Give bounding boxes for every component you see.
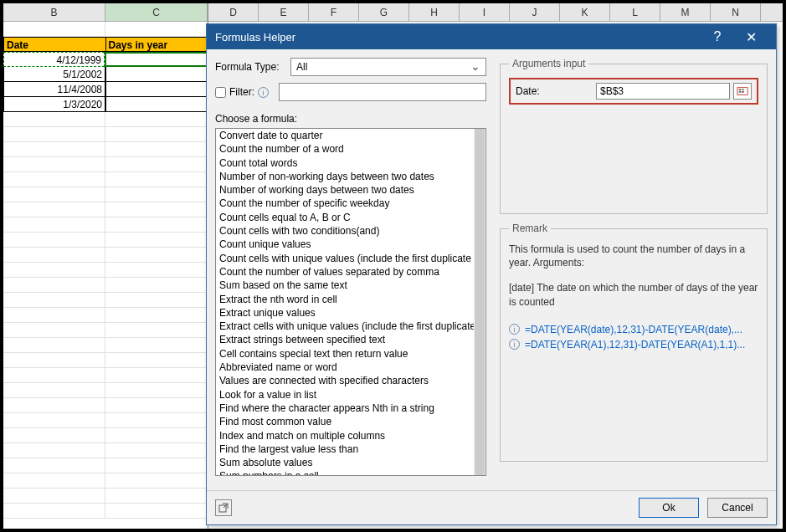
cell[interactable]: [105, 278, 208, 293]
cell[interactable]: [3, 157, 105, 172]
formula-item[interactable]: Count cells with unique values (include …: [216, 252, 474, 265]
formula-item[interactable]: Count the number of specific weekday: [216, 197, 474, 210]
cell[interactable]: [105, 157, 208, 172]
formula-item[interactable]: Extract cells with unique values (includ…: [216, 320, 474, 333]
cell[interactable]: [3, 323, 105, 338]
info-icon[interactable]: i: [258, 87, 269, 98]
cell[interactable]: [105, 187, 208, 202]
cell[interactable]: [3, 217, 105, 233]
cell[interactable]: [3, 353, 105, 368]
formula-item[interactable]: Count cells equal to A, B or C: [216, 211, 474, 224]
formula-item[interactable]: Count cells with two conditions(and): [216, 224, 474, 238]
formula-type-combo[interactable]: All: [290, 58, 486, 76]
formula-item[interactable]: Sum based on the same text: [216, 279, 474, 292]
popout-button[interactable]: [215, 499, 232, 516]
close-button[interactable]: ✕: [734, 29, 768, 45]
cell[interactable]: [105, 142, 208, 157]
cancel-button[interactable]: Cancel: [707, 498, 768, 518]
formula-item[interactable]: Count the number of values separated by …: [216, 265, 474, 279]
cell[interactable]: [3, 293, 105, 308]
cell[interactable]: [3, 308, 105, 323]
cell[interactable]: [3, 22, 105, 37]
col-header-m[interactable]: M: [660, 3, 711, 21]
help-button[interactable]: ?: [701, 29, 734, 44]
formula-item[interactable]: Count total words: [216, 156, 474, 170]
formula-item[interactable]: Count the number of a word: [216, 142, 474, 156]
ok-button[interactable]: Ok: [639, 498, 699, 518]
cell-b3[interactable]: 4/12/1999: [3, 52, 105, 67]
cell[interactable]: [3, 172, 105, 187]
formula-item[interactable]: Number of non-working days between two d…: [216, 170, 474, 183]
cell[interactable]: [3, 398, 105, 413]
cell[interactable]: [105, 248, 208, 263]
cell[interactable]: [3, 504, 105, 519]
formula-item[interactable]: Find the largest value less than: [216, 442, 474, 456]
cell[interactable]: [105, 22, 208, 37]
formula-item[interactable]: Abbreviated name or word: [216, 361, 474, 374]
cell[interactable]: [105, 338, 208, 353]
cell[interactable]: [3, 278, 105, 293]
cell[interactable]: [105, 217, 208, 233]
cell[interactable]: [3, 413, 105, 428]
cell[interactable]: [105, 202, 208, 217]
col-header-j[interactable]: J: [510, 3, 560, 21]
cell[interactable]: [3, 142, 105, 157]
formula-item[interactable]: Find most common value: [216, 415, 474, 428]
cell[interactable]: [105, 263, 208, 278]
formula-item[interactable]: Look for a value in list: [216, 388, 474, 402]
cell[interactable]: [105, 473, 208, 489]
formula-item[interactable]: Values are connected with specified char…: [216, 374, 474, 387]
worksheet[interactable]: B C Date Days in year 4/12/1999 5/1/2002…: [3, 3, 208, 529]
cell[interactable]: [3, 187, 105, 202]
cell[interactable]: [105, 127, 208, 142]
cell[interactable]: [105, 368, 208, 383]
cell[interactable]: [3, 112, 105, 127]
cell[interactable]: [105, 443, 208, 458]
cell[interactable]: [105, 398, 208, 413]
cell[interactable]: [105, 428, 208, 443]
formula-item[interactable]: Index and match on multiple columns: [216, 429, 474, 442]
cell[interactable]: [3, 127, 105, 142]
cell[interactable]: [105, 383, 208, 398]
cell[interactable]: [3, 428, 105, 443]
cell[interactable]: [105, 489, 208, 504]
cell[interactable]: [105, 293, 208, 308]
cell[interactable]: [3, 458, 105, 473]
col-header-l[interactable]: L: [610, 3, 660, 21]
col-header-b[interactable]: B: [3, 3, 105, 21]
header-days[interactable]: Days in year: [106, 37, 208, 52]
filter-checkbox[interactable]: [215, 87, 226, 98]
cell-b4[interactable]: 5/1/2002: [3, 67, 105, 82]
formula-item[interactable]: Cell contains special text then return v…: [216, 347, 474, 361]
cell[interactable]: [3, 473, 105, 489]
cell-c5[interactable]: [105, 82, 208, 97]
cell[interactable]: [3, 263, 105, 278]
formula-listbox[interactable]: Convert date to quarterCount the number …: [215, 128, 486, 476]
cell-c6[interactable]: [105, 97, 208, 112]
col-header-g[interactable]: G: [359, 3, 409, 21]
cell[interactable]: [3, 248, 105, 263]
titlebar[interactable]: Formulas Helper ? ✕: [207, 24, 776, 49]
cell-b5[interactable]: 11/4/2008: [3, 82, 105, 97]
formula-item[interactable]: Sum absolute values: [216, 456, 474, 469]
scroll-thumb[interactable]: [475, 129, 485, 475]
arg-date-input[interactable]: [596, 83, 730, 100]
cell[interactable]: [105, 504, 208, 519]
range-picker-button[interactable]: [733, 83, 752, 100]
cell-b6[interactable]: 1/3/2020: [3, 97, 105, 112]
cell[interactable]: [105, 413, 208, 428]
col-header-d[interactable]: D: [208, 3, 259, 21]
cell[interactable]: [105, 233, 208, 248]
col-header-k[interactable]: K: [560, 3, 610, 21]
col-header-n[interactable]: N: [711, 3, 761, 21]
cell[interactable]: [3, 338, 105, 353]
cell[interactable]: [105, 308, 208, 323]
header-date[interactable]: Date: [3, 37, 106, 52]
cell[interactable]: [3, 233, 105, 248]
cell[interactable]: [3, 443, 105, 458]
scrollbar[interactable]: [474, 129, 485, 475]
formula-item[interactable]: Extract the nth word in cell: [216, 293, 474, 306]
cell[interactable]: [105, 353, 208, 368]
cell-c3[interactable]: [105, 52, 208, 67]
cell-c4[interactable]: [105, 67, 208, 82]
